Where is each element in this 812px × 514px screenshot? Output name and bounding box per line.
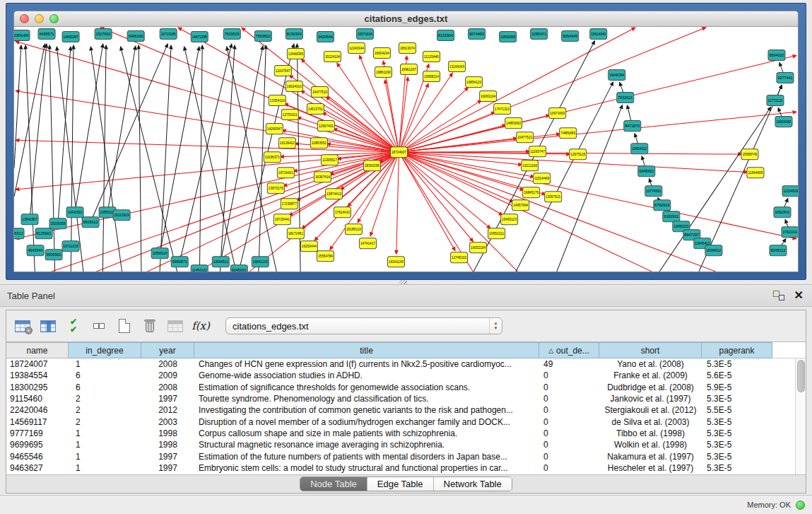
graph-node[interactable]: 16063104 bbox=[480, 91, 497, 102]
graph-node[interactable]: 11583471 bbox=[531, 29, 548, 40]
table-row[interactable]: 911546021997Tourette syndrome. Phenomeno… bbox=[6, 393, 795, 404]
graph-node[interactable]: 16604204 bbox=[373, 48, 390, 59]
citation-graph[interactable]: 1872400718300295124660591100754716024010… bbox=[14, 27, 798, 272]
citation-edge-black[interactable] bbox=[102, 45, 106, 272]
graph-node[interactable]: 10196371 bbox=[264, 152, 281, 163]
graph-node[interactable]: 16477510 bbox=[311, 87, 328, 98]
graph-node[interactable]: 16845179 bbox=[523, 187, 540, 198]
show-columns-icon[interactable] bbox=[37, 315, 59, 337]
graph-node[interactable]: 9505612 bbox=[82, 217, 99, 228]
graph-node[interactable]: 14671358 bbox=[191, 32, 208, 42]
graph-node[interactable]: 14634082 bbox=[775, 117, 792, 127]
table-row[interactable]: 946554611997Estimation of the future num… bbox=[6, 450, 795, 462]
memory-status-icon[interactable] bbox=[796, 501, 805, 510]
tab-edge-table[interactable]: Edge Table bbox=[367, 477, 434, 491]
col-header-title[interactable]: title bbox=[194, 342, 539, 358]
graph-node[interactable]: 9245012 bbox=[770, 245, 787, 256]
graph-node[interactable]: 10441501 bbox=[66, 207, 83, 218]
graph-node[interactable]: 11544609 bbox=[747, 168, 764, 178]
graph-node[interactable]: 18613074 bbox=[399, 43, 416, 54]
citation-edge-red[interactable] bbox=[399, 152, 513, 202]
col-header-year[interactable]: year bbox=[141, 342, 194, 358]
graph-node[interactable]: 11125440 bbox=[423, 52, 440, 62]
graph-node[interactable]: 10565214 bbox=[151, 248, 168, 259]
table-row[interactable]: 977716911998Corpus callosum shape and si… bbox=[6, 428, 795, 439]
graph-node[interactable]: 13164243 bbox=[449, 62, 466, 72]
graph-node[interactable]: 9420546 bbox=[317, 32, 334, 42]
select-all-check-icon[interactable]: ✔✔ bbox=[63, 315, 84, 337]
graph-node[interactable]: 12975115 bbox=[570, 149, 587, 160]
graph-node[interactable]: 10952111 bbox=[488, 228, 505, 239]
close-panel-icon[interactable]: ✕ bbox=[794, 290, 804, 301]
graph-node[interactable]: 10541567 bbox=[21, 214, 38, 225]
graph-node[interactable]: 8131904 bbox=[437, 30, 454, 41]
graph-node[interactable]: 9074493 bbox=[469, 29, 486, 40]
col-header-pagerank[interactable]: pagerank bbox=[702, 342, 772, 358]
graph-node[interactable]: 16253444 bbox=[300, 241, 317, 252]
graph-node[interactable]: 16052194 bbox=[470, 243, 487, 253]
graph-node[interactable]: 17471322 bbox=[494, 104, 511, 115]
col-header-name[interactable]: name bbox=[6, 342, 69, 358]
citation-edge-black[interactable] bbox=[25, 45, 35, 272]
citation-edge-black[interactable] bbox=[220, 46, 263, 262]
graph-node[interactable]: 10590008 bbox=[500, 32, 517, 42]
col-header-short[interactable]: short bbox=[599, 342, 702, 358]
table-row[interactable]: 1456911722003Disruption of a novel membe… bbox=[6, 416, 795, 427]
citation-edge-black[interactable] bbox=[14, 44, 45, 197]
network-canvas[interactable]: 1872400718300295124660591100754716024010… bbox=[14, 27, 798, 272]
citation-edge-black[interactable] bbox=[90, 47, 124, 272]
graph-node[interactable]: 8125901 bbox=[35, 228, 52, 239]
graph-node[interactable]: 10610541 bbox=[774, 207, 791, 218]
table-row[interactable]: 946362711997Embryonic stem cells: a mode… bbox=[6, 462, 795, 474]
graph-node[interactable]: 12753101 bbox=[281, 110, 298, 120]
graph-node[interactable]: 4435571 bbox=[38, 29, 55, 40]
graph-node[interactable]: 11007547 bbox=[274, 66, 291, 76]
table-row[interactable]: 1938455462009Genome-wide association stu… bbox=[6, 370, 795, 381]
graph-node[interactable]: 18172451 bbox=[287, 228, 304, 239]
graph-node[interactable]: 14854120 bbox=[466, 77, 483, 88]
close-traffic-light-icon[interactable] bbox=[20, 14, 29, 23]
citation-edge-red[interactable] bbox=[399, 152, 796, 239]
graph-node[interactable]: 16341143 bbox=[387, 257, 404, 267]
graph-node[interactable]: 13057521 bbox=[545, 192, 562, 202]
graph-node[interactable]: 8130304 bbox=[286, 29, 302, 40]
graph-node[interactable]: 17239877 bbox=[281, 199, 298, 209]
table-row[interactable]: 969969511998Structural magnetic resonanc… bbox=[6, 439, 795, 450]
citation-edge-black[interactable] bbox=[75, 44, 103, 212]
citation-edge-black[interactable] bbox=[14, 45, 21, 168]
scrollbar-thumb[interactable] bbox=[797, 360, 805, 392]
float-panel-icon[interactable] bbox=[773, 291, 784, 300]
table-selector-dropdown[interactable]: citations_edges.txt ▲▼ bbox=[225, 317, 502, 334]
citation-edge-black[interactable] bbox=[71, 45, 73, 272]
graph-node[interactable]: 16094512 bbox=[705, 245, 722, 256]
graph-node[interactable]: 9245031 bbox=[230, 265, 247, 272]
graph-node[interactable]: 12104509 bbox=[782, 186, 798, 197]
citation-edge-black[interactable] bbox=[107, 46, 136, 212]
graph-node[interactable]: 4943944 bbox=[27, 245, 44, 256]
graph-node[interactable]: 10973493 bbox=[549, 108, 566, 119]
graph-node[interactable]: 15616043 bbox=[590, 29, 607, 40]
table-row[interactable]: 2242004622012Investigating the contribut… bbox=[6, 404, 795, 416]
graph-node[interactable]: 12745102 bbox=[451, 252, 468, 263]
tab-network-table[interactable]: Network Table bbox=[434, 477, 512, 491]
col-header-in_degree[interactable]: in_degree bbox=[69, 342, 141, 358]
graph-node[interactable]: 11514469 bbox=[534, 173, 551, 184]
graph-node[interactable]: 14957994 bbox=[512, 200, 529, 211]
graph-node[interactable]: 9345662 bbox=[638, 166, 655, 177]
table-row[interactable]: 1830029562008Estimation of significance … bbox=[6, 382, 795, 393]
graph-node[interactable]: 1527602 bbox=[95, 29, 112, 40]
graph-node[interactable]: 12567401 bbox=[317, 121, 334, 132]
graph-node[interactable]: 20113919 bbox=[113, 210, 130, 221]
graph-node[interactable]: 7485083 bbox=[560, 128, 577, 139]
graph-node[interactable]: 16646394 bbox=[608, 70, 625, 81]
tab-node-table[interactable]: Node Table bbox=[300, 477, 367, 491]
graph-node[interactable]: 16185110 bbox=[345, 224, 362, 235]
graph-node[interactable]: 19861190 bbox=[375, 67, 392, 78]
graph-node[interactable]: 16571604 bbox=[356, 29, 373, 40]
function-builder-icon[interactable]: f(x) bbox=[190, 315, 211, 337]
graph-node[interactable]: 9054945 bbox=[562, 31, 579, 42]
graph-node[interactable]: 16367414 bbox=[314, 172, 331, 182]
graph-node[interactable]: 12450122 bbox=[191, 265, 208, 272]
row-boxes-icon[interactable] bbox=[88, 315, 110, 337]
graph-node[interactable]: 10654112 bbox=[631, 144, 648, 154]
